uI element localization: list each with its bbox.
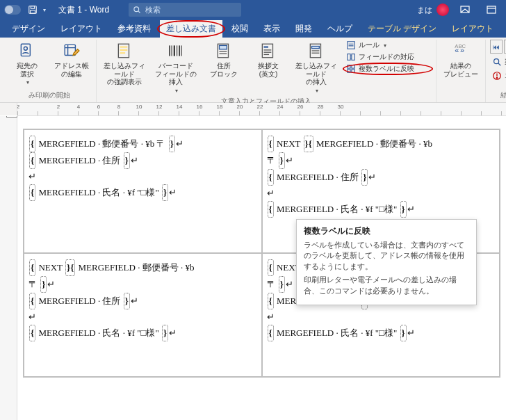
svg-point-48 <box>496 77 497 78</box>
update-labels-button[interactable]: 複数ラベルに反映 <box>344 63 432 74</box>
svg-rect-17 <box>174 45 175 56</box>
svg-line-4 <box>138 11 140 13</box>
svg-rect-1 <box>31 6 34 9</box>
preview-results-button[interactable]: «»ABC 結果の プレビュー <box>441 40 481 79</box>
ribbon-tabs: デザイン レイアウト 参考資料 差し込み文書 校閲 表示 開発 ヘルプ テーブル… <box>0 19 506 38</box>
greeting-button[interactable]: 挨拶文 (英文) <box>248 40 288 79</box>
svg-rect-22 <box>220 45 227 49</box>
record-navigation: ⏮ ◁ 1 ▷ ⏭ <box>490 40 506 54</box>
tab-layout[interactable]: レイアウト <box>54 20 108 38</box>
qat-dropdown-icon[interactable]: ▾ <box>43 7 46 13</box>
rules-button[interactable]: ルール▾ <box>344 40 432 51</box>
svg-rect-31 <box>312 47 320 49</box>
tooltip-text: ラベルを作成している場合は、文書内のすべてのラベルを更新して、アドレス帳の情報を… <box>304 240 469 272</box>
tooltip: 複数ラベルに反映 ラベルを作成している場合は、文書内のすべてのラベルを更新して、… <box>296 219 477 305</box>
svg-point-3 <box>134 7 139 12</box>
tab-review[interactable]: 校閲 <box>225 20 254 38</box>
horizontal-ruler[interactable]: 224681012141618202224262830464850 <box>0 103 506 116</box>
svg-rect-34 <box>348 42 355 49</box>
tab-view[interactable]: 表示 <box>257 20 286 38</box>
tab-table-design[interactable]: テーブル デザイン <box>361 20 443 38</box>
update-labels-icon <box>346 64 356 74</box>
ribbon: 宛先の 選択▾ アドレス帳 の編集 み印刷の開始 差し込みフィールド の強調表示… <box>0 38 506 103</box>
tooltip-title: 複数ラベルに反映 <box>304 225 469 237</box>
group-label-preview <box>460 91 462 102</box>
match-fields-button[interactable]: フィールドの対応 <box>344 51 432 63</box>
tab-help[interactable]: ヘルプ <box>321 20 359 38</box>
preview-results-icon: «»ABC <box>451 41 471 60</box>
edit-recipients-icon <box>62 41 81 60</box>
highlight-fields-button[interactable]: 差し込みフィールド の強調表示 <box>101 40 148 88</box>
insert-field-icon <box>307 41 326 60</box>
first-record-button[interactable]: ⏮ <box>490 40 503 54</box>
tab-mailings[interactable]: 差し込み文書 <box>160 20 222 38</box>
tooltip-text: 印刷用レターや電子メールへの差し込みの場合、このコマンドは必要ありません。 <box>304 275 469 296</box>
svg-rect-2 <box>31 10 35 13</box>
svg-rect-16 <box>172 45 172 56</box>
greeting-icon <box>259 41 278 60</box>
svg-rect-14 <box>120 52 126 54</box>
document-area: ✥ { MERGEFIELD · 郵便番号 · ¥b 〒 }↵ { MERGEF… <box>0 116 506 420</box>
find-recipient-button[interactable]: 宛先の検索 <box>490 56 506 67</box>
svg-line-45 <box>498 63 501 66</box>
svg-rect-36 <box>352 54 354 60</box>
search-icon <box>133 6 141 14</box>
minimize-ribbon-icon[interactable] <box>481 0 502 19</box>
title-bar: ▾ 文書 1 - Word 検索 まは <box>0 0 506 19</box>
svg-rect-39 <box>348 70 350 72</box>
barcode-button[interactable]: バーコード フィールドの挿入▾ <box>152 40 199 95</box>
save-icon[interactable] <box>26 3 39 16</box>
select-recipients-icon <box>17 41 37 60</box>
svg-rect-6 <box>487 6 496 13</box>
svg-rect-35 <box>348 54 350 60</box>
barcode-icon <box>166 41 186 60</box>
find-recipient-icon <box>492 57 502 67</box>
svg-rect-13 <box>120 49 128 51</box>
user-account[interactable]: まは <box>417 3 449 16</box>
svg-rect-19 <box>179 45 180 56</box>
select-recipients-button[interactable]: 宛先の 選択▾ <box>7 40 47 87</box>
address-block-icon <box>214 41 234 60</box>
svg-rect-38 <box>352 65 354 68</box>
check-errors-icon <box>492 71 502 81</box>
tab-design[interactable]: デザイン <box>6 20 51 38</box>
tab-table-layout[interactable]: レイアウト <box>446 20 500 38</box>
svg-rect-12 <box>120 47 128 48</box>
svg-point-9 <box>24 47 27 50</box>
svg-rect-15 <box>169 45 170 56</box>
document-title: 文書 1 - Word <box>58 4 109 16</box>
edit-recipients-button[interactable]: アドレス帳 の編集 <box>51 40 92 79</box>
tab-developer[interactable]: 開発 <box>289 20 318 38</box>
username: まは <box>417 5 432 15</box>
table-move-handle-icon[interactable]: ✥ <box>6 116 17 118</box>
svg-rect-20 <box>181 45 182 56</box>
check-errors-button[interactable]: エラーのチェック <box>490 70 506 81</box>
svg-text:ABC: ABC <box>455 43 466 49</box>
search-placeholder: 検索 <box>145 5 161 15</box>
svg-point-44 <box>494 59 499 64</box>
autosave-toggle[interactable] <box>4 5 21 15</box>
rules-icon <box>346 40 356 50</box>
vertical-ruler[interactable] <box>0 116 17 420</box>
svg-rect-37 <box>348 65 350 68</box>
highlight-fields-icon <box>115 41 134 60</box>
address-block-button[interactable]: 住所 ブロック <box>204 40 244 79</box>
svg-rect-40 <box>352 70 354 72</box>
tab-references[interactable]: 参考資料 <box>111 20 157 38</box>
label-cell[interactable]: { MERGEFIELD · 郵便番号 · ¥b 〒 }↵ { MERGEFIE… <box>24 129 262 253</box>
match-fields-icon <box>346 52 356 62</box>
group-label-start: み印刷の開始 <box>28 89 70 102</box>
user-avatar-icon <box>436 3 449 16</box>
insert-field-button[interactable]: 差し込みフィールド の挿入▾ <box>293 40 340 95</box>
label-cell[interactable]: { NEXT }{ MERGEFIELD · 郵便番号 · ¥b 〒 }↵ { … <box>24 253 262 377</box>
group-label-preview2: 結果のプレビュー <box>500 89 506 102</box>
search-input[interactable]: 検索 <box>129 3 241 17</box>
ribbon-display-options-icon[interactable] <box>455 0 475 19</box>
svg-rect-18 <box>177 45 177 56</box>
svg-rect-25 <box>262 44 272 58</box>
